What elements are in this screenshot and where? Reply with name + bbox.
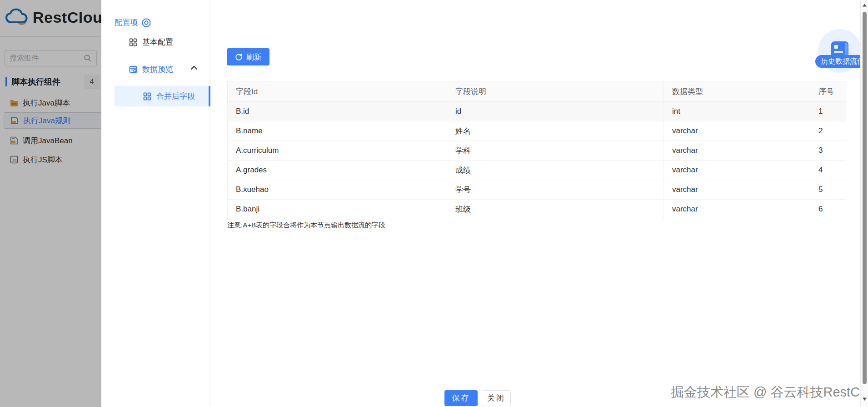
nav-subitem-label: 合并后字段 bbox=[156, 91, 195, 101]
table-row[interactable]: B.banji 班级 varchar 6 bbox=[228, 200, 846, 219]
cell-seq: 1 bbox=[810, 102, 846, 121]
nav-subitem-merged-fields[interactable]: 合并后字段 bbox=[115, 86, 210, 106]
scrollbar-thumb[interactable] bbox=[863, 12, 867, 384]
cell-data-type: int bbox=[664, 102, 810, 121]
cell-field-id: B.xuehao bbox=[228, 180, 447, 200]
merged-fields-table: 字段Id 字段说明 数据类型 序号 B.id id int 1 B.name 姓… bbox=[227, 81, 846, 219]
modal-dim-overlay bbox=[0, 0, 101, 407]
cell-field-id: A.curriculum bbox=[228, 141, 447, 161]
cell-field-desc: 班级 bbox=[447, 200, 664, 219]
cell-seq: 3 bbox=[810, 141, 846, 161]
cell-data-type: varchar bbox=[664, 141, 810, 161]
cell-data-type: varchar bbox=[664, 200, 810, 219]
vertical-scrollbar[interactable] bbox=[860, 0, 868, 407]
config-title-label: 配置项 bbox=[115, 17, 138, 28]
watermark-text: 掘金技术社区 @ 谷云科技RestCloud bbox=[671, 383, 868, 402]
cell-seq: 2 bbox=[810, 121, 846, 141]
cell-field-id: A.grades bbox=[228, 161, 447, 180]
cell-field-id: B.banji bbox=[228, 200, 447, 219]
close-button[interactable]: 关闭 bbox=[482, 390, 511, 406]
config-nav-title: 配置项 bbox=[115, 17, 151, 28]
nav-item-basic-config[interactable]: 基本配置 bbox=[129, 37, 173, 47]
table-search-icon bbox=[129, 65, 138, 74]
table-note: 注意:A+B表的字段合将作为本节点输出数据流的字段 bbox=[227, 221, 385, 230]
table-row[interactable]: B.id id int 1 bbox=[228, 102, 846, 121]
table-header-row: 字段Id 字段说明 数据类型 序号 bbox=[228, 81, 846, 102]
cell-data-type: varchar bbox=[664, 121, 810, 141]
nav-item-label: 基本配置 bbox=[142, 37, 173, 47]
nav-item-label: 数据预览 bbox=[142, 64, 173, 75]
cell-field-desc: 学科 bbox=[447, 141, 664, 161]
column-header-field-id[interactable]: 字段Id bbox=[228, 81, 447, 102]
scroll-up-arrow-icon[interactable] bbox=[862, 3, 867, 8]
scroll-down-arrow-icon[interactable] bbox=[862, 397, 867, 402]
table-row[interactable]: B.xuehao 学号 varchar 5 bbox=[228, 180, 846, 200]
cell-field-id: B.name bbox=[228, 121, 447, 141]
grid-icon bbox=[143, 92, 152, 101]
component-sidebar: RestCloud 脚本执行组件 4 执行Java脚本 bbox=[0, 0, 101, 407]
cell-field-id: B.id bbox=[228, 102, 447, 121]
cell-field-desc: 姓名 bbox=[447, 121, 664, 141]
column-header-data-type[interactable]: 数据类型 bbox=[664, 81, 810, 102]
column-header-field-desc[interactable]: 字段说明 bbox=[447, 81, 664, 102]
cell-field-desc: id bbox=[447, 102, 664, 121]
table-row[interactable]: B.name 姓名 varchar 2 bbox=[228, 121, 846, 141]
grid-icon bbox=[129, 38, 138, 47]
refresh-button[interactable]: 刷新 bbox=[227, 48, 269, 65]
cell-seq: 5 bbox=[810, 180, 846, 200]
nut-settings-icon[interactable] bbox=[141, 18, 151, 28]
cell-data-type: varchar bbox=[664, 180, 810, 200]
table-row[interactable]: A.grades 成绩 varchar 4 bbox=[228, 161, 846, 180]
refresh-button-label: 刷新 bbox=[246, 52, 262, 62]
column-header-seq[interactable]: 序号 bbox=[810, 81, 846, 102]
cell-field-desc: 成绩 bbox=[447, 161, 664, 180]
cell-data-type: varchar bbox=[664, 161, 810, 180]
save-button[interactable]: 保存 bbox=[444, 390, 478, 406]
nav-item-data-preview[interactable]: 数据预览 bbox=[129, 64, 173, 75]
table-row[interactable]: A.curriculum 学科 varchar 3 bbox=[228, 141, 846, 161]
cell-seq: 4 bbox=[810, 161, 846, 180]
cell-seq: 6 bbox=[810, 200, 846, 219]
refresh-icon bbox=[235, 53, 243, 61]
config-nav-panel: 配置项 基本配置 数据预览 bbox=[101, 0, 210, 407]
cell-field-desc: 学号 bbox=[447, 180, 664, 200]
chevron-up-icon[interactable] bbox=[190, 65, 198, 70]
